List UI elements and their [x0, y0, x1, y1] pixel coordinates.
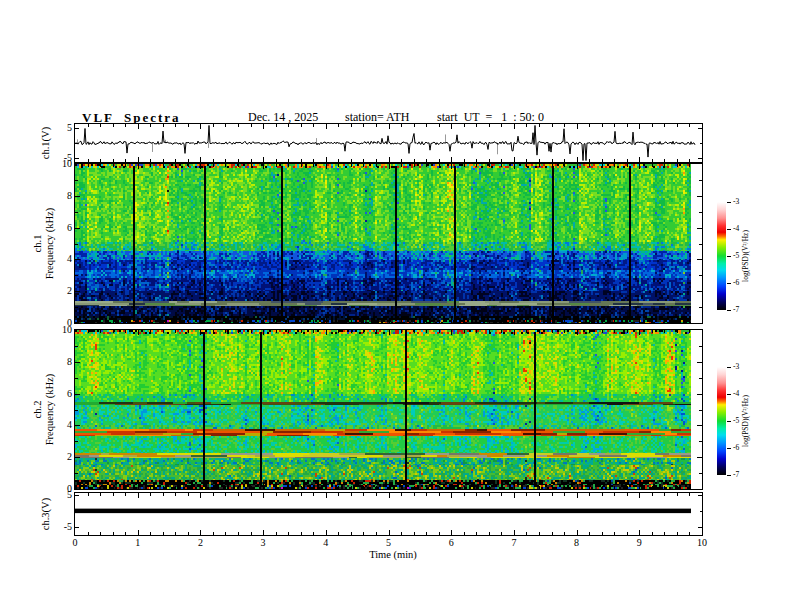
- vlf-spectra-figure: VLF Spectra Dec. 14 , 2025 station= ATH …: [0, 0, 792, 612]
- x-tick-label: 2: [185, 537, 215, 549]
- colorbar-tick-label: -3: [733, 363, 739, 371]
- y-tick-label: 4: [44, 253, 72, 265]
- y-tick-label: 4: [44, 419, 72, 431]
- y-tick-label: 10: [44, 324, 72, 336]
- colorbar-tick-label: -4: [733, 390, 739, 398]
- y-tick-label: 5: [44, 489, 72, 501]
- ch1-label-line1: ch.1: [32, 164, 44, 323]
- x-tick-label: 4: [311, 537, 341, 549]
- colorbar-ch2-label: log(PSD)(V²/Hz): [741, 367, 750, 475]
- colorbar-ch1-label: log(PSD)(V²/Hz): [741, 202, 750, 310]
- y-tick-label: 8: [44, 190, 72, 202]
- ch1-frequency-axis-label: ch.1 Frequency (kHz): [32, 164, 56, 323]
- y-tick-label: 5: [44, 122, 72, 134]
- colorbar-tick-mark: [727, 448, 731, 449]
- x-tick-label: 0: [60, 537, 90, 549]
- y-tick-label: 6: [44, 388, 72, 400]
- ch1-spectrogram-canvas: [75, 164, 702, 323]
- y-tick-label: -5: [44, 521, 72, 533]
- colorbar-tick-label: -7: [733, 471, 739, 479]
- x-axis-title: Time (min): [338, 549, 448, 560]
- x-tick-label: 6: [436, 537, 466, 549]
- colorbar-tick-mark: [727, 475, 731, 476]
- colorbar-tick-label: -5: [733, 252, 739, 260]
- y-tick-label: 2: [44, 285, 72, 297]
- x-tick-label: 1: [123, 537, 153, 549]
- x-tick-label: 5: [374, 537, 404, 549]
- ch3-waveform-panel: [74, 492, 703, 536]
- colorbar-tick-mark: [727, 421, 731, 422]
- colorbar-tick-label: -7: [733, 306, 739, 314]
- ch2-label-line1: ch.2: [32, 330, 44, 489]
- y-tick-label: 8: [44, 356, 72, 368]
- frequency-khz-label-1: Frequency (kHz): [44, 164, 56, 323]
- colorbar-tick-mark: [727, 202, 731, 203]
- colorbar-ch1-gradient: [717, 202, 726, 310]
- x-tick-label: 3: [248, 537, 278, 549]
- ch1-waveform-panel: [74, 123, 703, 163]
- ch2-spectrogram-panel: [74, 329, 703, 490]
- colorbar-tick-mark: [727, 283, 731, 284]
- x-tick-label: 8: [562, 537, 592, 549]
- x-tick-label: 7: [499, 537, 529, 549]
- ch1-spectrogram-panel: [74, 163, 703, 324]
- ch1-waveform-canvas: [75, 124, 702, 162]
- y-tick-label: -5: [44, 152, 72, 164]
- ch2-frequency-axis-label: ch.2 Frequency (kHz): [32, 330, 56, 489]
- colorbar-tick-label: -6: [733, 444, 739, 452]
- colorbar-tick-mark: [727, 310, 731, 311]
- colorbar-tick-mark: [727, 367, 731, 368]
- ch2-spectrogram-canvas: [75, 330, 702, 489]
- y-tick-label: 2: [44, 451, 72, 463]
- y-tick-label: 6: [44, 222, 72, 234]
- colorbar-tick-mark: [727, 256, 731, 257]
- colorbar-tick-label: -6: [733, 279, 739, 287]
- colorbar-tick-mark: [727, 394, 731, 395]
- colorbar-ch2-gradient: [717, 367, 726, 475]
- frequency-khz-label-2: Frequency (kHz): [44, 330, 56, 489]
- colorbar-tick-mark: [727, 229, 731, 230]
- colorbar-tick-label: -5: [733, 417, 739, 425]
- x-tick-label: 9: [624, 537, 654, 549]
- ch3-waveform-canvas: [75, 493, 702, 535]
- colorbar-tick-label: -3: [733, 198, 739, 206]
- colorbar-tick-label: -4: [733, 225, 739, 233]
- x-tick-label: 10: [687, 537, 717, 549]
